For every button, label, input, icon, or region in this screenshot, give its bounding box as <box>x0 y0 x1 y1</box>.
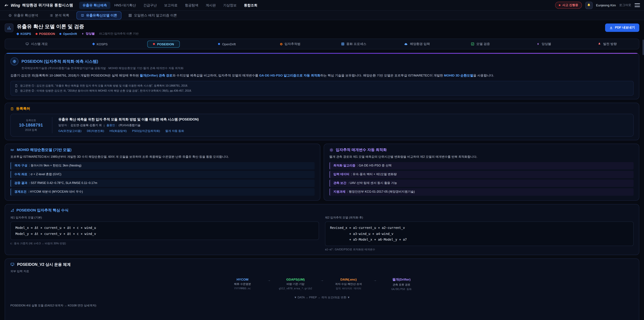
mohid-header: MOHID 해양순환모델 (기반 모델) <box>10 147 314 152</box>
subtab-spill-analysis[interactable]: 유출유 확산분석 <box>4 11 42 19</box>
model2-label: 제2 입자추적 모델 (최적화 후) <box>325 216 634 220</box>
scrollbar-thumb[interactable] <box>643 40 644 55</box>
formula-panel: POSEIDON 입자추적 핵심 수식 제1 입자추적 모델 (기본) Mode… <box>5 204 639 255</box>
flow-arrow: → <box>320 278 324 282</box>
poseidon-globe-icon <box>10 57 18 66</box>
poseidon-title: POSEIDON (입자추적 최적화 예측 시스템) <box>22 59 98 64</box>
clipboard-icon <box>10 107 14 110</box>
inventors: 김도연·김용묵·김종기 외 <box>70 124 102 128</box>
subtab-analysis-list[interactable]: 분석 목록 <box>45 11 74 19</box>
reference-1: 참고문헌 ① : 김도연·김용묵, "유출유 확산 예측을 위한 입자 추적 모… <box>15 83 629 88</box>
document-icon <box>15 89 18 92</box>
tag-hs[interactable]: HS(화음탐색) <box>110 129 127 133</box>
incident-status-badge[interactable]: 사고 진행중 <box>555 2 582 9</box>
patent-section-header: 등록특허 <box>10 106 634 111</box>
source-hycom: HYCOM 해류·수온염분 YYYYMMDD.nc <box>225 277 260 290</box>
page-chart-icon <box>5 24 14 32</box>
hamburger-menu-icon[interactable] <box>634 2 640 8</box>
main-content: 유출유 확산 모델 이론 및 검증 KOSPS POSEIDON OpenDri… <box>0 20 644 320</box>
nav-item-hns[interactable]: HNS·대기확산 <box>111 2 139 9</box>
patent-number-block: 등록번호 10-1868791 2018 등록 <box>16 117 52 133</box>
tab-kosps[interactable]: KOSPS <box>68 39 132 49</box>
red-dot-icon <box>36 33 38 35</box>
assignee-label: 출원인 : <box>106 124 116 128</box>
source-dain: DAIN(.enc) 격자·수심·해안선·조석 정적 바다지리 데이터 <box>331 277 366 290</box>
tag-ga[interactable]: GA(유전알고리즘) <box>58 129 82 133</box>
subtab-label: 유출유 확산분석 <box>14 13 38 18</box>
badge-kosps: KOSPS <box>17 32 31 36</box>
tab-ocean-env-input[interactable]: 해양환경 입력 <box>386 39 449 49</box>
page-header: 유출유 확산 모델 이론 및 검증 KOSPS POSEIDON OpenDri… <box>5 24 639 36</box>
patent-title: 유출유 확산 예측을 위한 입자 추적 모듈 최적화 방법 및 이를 이용한 예… <box>58 117 199 122</box>
sub-tab-bar: 유출유 확산분석 분석 목록 유출유확산모델 이론 오일펜스 배치 알고리즘 이… <box>0 11 644 20</box>
tab-particle-tracking[interactable]: 입자추적법 <box>258 39 322 49</box>
flow-arrow: → <box>373 278 377 282</box>
app-logo[interactable]: Wing 해양환경 위기대응 통합시스템 <box>4 3 73 8</box>
notifications-button[interactable] <box>585 2 593 9</box>
nav-item-weather[interactable]: 기상정보 <box>220 2 240 9</box>
title-block: 유출유 확산 모델 이론 및 검증 KOSPS POSEIDON OpenDri… <box>17 24 138 36</box>
mohid-panel: MOHID 해양순환모델 (기반 모델) 포르투갈 IST/MARETEC에서 … <box>5 144 320 201</box>
nav-item-rescue[interactable]: 긴급구난 <box>140 2 160 9</box>
patent-tags: GA(유전알고리즘) DE(차분진화) HS(화음탐색) PSO(입자군집최적화… <box>58 129 199 133</box>
tag-pso[interactable]: PSO(입자군집최적화) <box>132 129 160 133</box>
tab-system-overview[interactable]: 시스템 개요 <box>5 39 68 49</box>
optimization-header: 입자추적 매개변수 자동 최적화 <box>330 147 634 152</box>
ring-icon <box>280 43 282 45</box>
badge-ensemble: 앙상블 <box>81 32 95 36</box>
logout-link[interactable]: 로그아웃 <box>619 3 631 8</box>
operation-panel: POSEIDON_V2 상시 운용 체계 외부 입력 자료 HYCOM 해류·수… <box>5 258 639 320</box>
user-name: Eunjeong Kim <box>596 3 616 7</box>
spec-row-project: 지원과제: 행정안전부 KCG-01-2017-05 (해양경비지원기술) <box>330 188 634 196</box>
data-sources-row: HYCOM 해류·수온염분 YYYYMMDD.nc → GDAPS(UM) 바람… <box>10 277 634 291</box>
patent-year: 2018 등록 <box>25 128 37 132</box>
nav-item-aerial-search[interactable]: 항공탐색 <box>182 2 202 9</box>
analysis-pin-icon <box>8 14 12 17</box>
gear-icon <box>330 148 334 152</box>
document-icon <box>15 84 18 87</box>
tab-model-validation[interactable]: 모델 검증 <box>449 39 512 49</box>
book-icon <box>81 14 84 17</box>
operation-header: POSEIDON_V2 상시 운용 체계 <box>10 262 634 267</box>
nav-item-integrated-search[interactable]: 통합조회 <box>241 2 261 9</box>
poseidon-subtitle: 한국해양과학기술원·(주)아라종합기술·한국해양기상기술 공동개발 · MOHI… <box>22 67 634 71</box>
subtab-boom-algorithm-theory[interactable]: 오일펜스 배치 알고리즘 이론 <box>124 11 182 19</box>
system-title: 해양환경 위기대응 통합시스템 <box>22 3 73 8</box>
mohid-description: 포르투갈 IST/MARETEC에서 1985년부터 개발한 3D 수치 해양순… <box>10 155 314 159</box>
patent-meta: 발명자 : 김도연·김용묵·김종기 외 | 출원인 : (주)아라종합기술 <box>58 124 199 128</box>
references-box: 참고문헌 ① : 김도연·김용묵, "유출유 확산 예측을 위한 입자 추적 모… <box>10 81 634 96</box>
blue-dot-icon <box>218 43 220 45</box>
source-drifter: 뜰개(Drifter) 관측 표류 경로 GA/DE/PSO 동화 <box>384 277 419 291</box>
nav-item-board[interactable]: 게시판 <box>202 2 219 9</box>
patent-number: 10-1868791 <box>19 123 43 127</box>
optimization-panel: 입자추적 매개변수 자동 최적화 뜰개 관측 경로와 제1 모델 예측값의 단위… <box>324 144 639 201</box>
spec-row-vertical-coord: 수직 좌표: σ + Z-level 혼합 (GVC) <box>10 171 314 178</box>
tab-poseidon[interactable]: POSEIDON <box>132 39 195 49</box>
model2-caption: a1~a7 : GA/DE/PSO로 최적화된 매개변수 <box>325 247 634 251</box>
tag-de[interactable]: DE(차분진화) <box>87 129 104 133</box>
spec-row-algorithm: 최적화 알고리즘: GA·DE·HS·PSO 중 선택 <box>330 162 634 169</box>
nav-item-oil-spill-forecast[interactable]: 유출유 확산예측 <box>79 2 110 9</box>
section-tab-strip: 시스템 개요 KOSPS POSEIDON OpenDrift 입자추적법 풍화… <box>5 39 639 49</box>
patent-number-label: 등록번호 <box>26 119 36 122</box>
tab-ensemble[interactable]: 앙상블 <box>512 39 576 49</box>
external-input-label: 외부 입력 자료 <box>10 269 634 273</box>
subtab-diffusion-model-theory[interactable]: 유출유확산모델 이론 <box>76 11 122 19</box>
tag-drifter-assimilation[interactable]: 뜰개 자동 동화 <box>165 129 184 133</box>
spec-row-input-data: 입력 데이터: 유속·풍속 벡터 + 제1모델 변화량 <box>330 171 634 178</box>
poseidon-description: 김종기·김도연 외(등록특허 10-1868791, 2018)가 개발한 PO… <box>10 73 634 78</box>
monitor-icon <box>10 262 14 266</box>
tab-weathering-process[interactable]: 풍화 프로세스 <box>322 39 386 49</box>
tab-future-direction[interactable]: 발전 방향 <box>576 39 639 49</box>
download-icon <box>610 26 613 29</box>
grid-icon <box>341 42 344 46</box>
model1-caption: c : 풍속 가중치 (예: c=0.3 → 바람의 30% 반영) <box>10 242 319 245</box>
blue-dot-icon <box>59 33 62 35</box>
ruler-triangle-icon <box>10 208 14 212</box>
pdf-export-button[interactable]: PDF 내보내기 <box>605 24 639 32</box>
nav-item-reports[interactable]: 보고자료 <box>161 2 181 9</box>
waves-icon <box>10 148 14 152</box>
spec-row-observation: 관측 보간: UAV·선박 탑재 센서 동시 활용 가능 <box>330 180 634 187</box>
tab-opendrift[interactable]: OpenDrift <box>195 39 258 49</box>
formula-grid: 제1 입자추적 모델 (기본) Model_x = Δt × current_u… <box>10 216 634 251</box>
